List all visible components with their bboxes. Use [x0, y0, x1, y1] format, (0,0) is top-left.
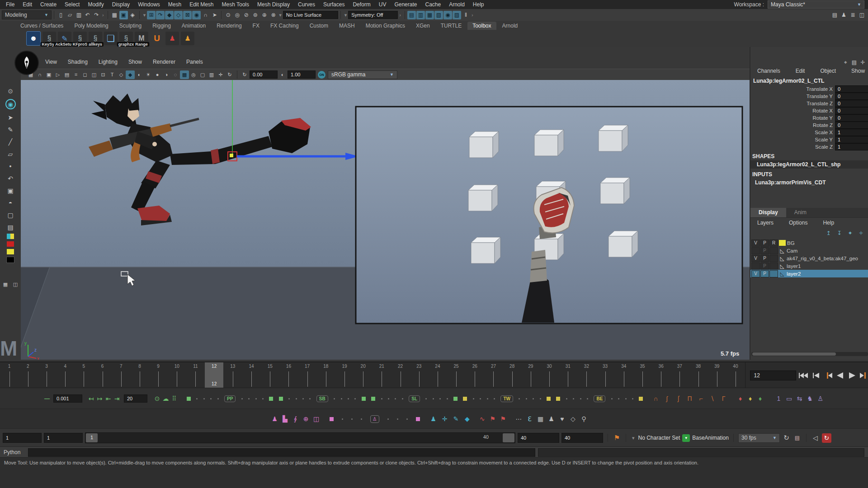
layer-visibility-toggle[interactable]	[751, 247, 760, 254]
pose-badge-sb[interactable]: SB	[316, 395, 328, 402]
cube[interactable]	[469, 131, 499, 158]
menu-uv[interactable]: UV	[375, 1, 391, 8]
layer-row-layer2[interactable]: VP◺layer2	[750, 270, 868, 277]
frame-4[interactable]: 4	[56, 362, 75, 389]
pose-badge-sl[interactable]: SL	[409, 395, 420, 402]
camera-pip-panel[interactable]	[356, 107, 742, 324]
shelf-tab-sculpting[interactable]: Sculpting	[114, 22, 146, 30]
pose-key-dot[interactable]	[217, 398, 219, 399]
pose-key-dot[interactable]	[566, 398, 567, 399]
film-gate-icon[interactable]: ◻	[80, 70, 90, 79]
pose-key-square[interactable]	[556, 397, 560, 401]
make-live-icon[interactable]: ◉	[192, 11, 201, 19]
joint-xray-icon[interactable]: ✛	[216, 70, 225, 79]
anim-layer-dropdown[interactable]: BaseAnimation	[692, 435, 729, 441]
frame-16[interactable]: 16	[279, 362, 298, 389]
xray-icon[interactable]: ▥	[207, 70, 216, 79]
layer-reference-toggle[interactable]	[769, 263, 778, 270]
step-back-key-button[interactable]	[822, 371, 833, 380]
palette-swatch[interactable]	[7, 234, 14, 239]
ease-reverse-s-icon[interactable]: ʃ	[674, 394, 683, 403]
channel-value-field[interactable]: 0	[835, 93, 868, 100]
globe-icon[interactable]: ⊕	[302, 415, 310, 423]
pose-key-dot[interactable]	[302, 398, 304, 399]
scrollbar-thumb[interactable]	[752, 352, 836, 356]
chevron-down-icon[interactable]: ▾	[278, 12, 283, 18]
move-layer-up-icon[interactable]: ↥	[824, 229, 833, 237]
ease-step-icon[interactable]: ⌐	[697, 394, 705, 403]
ease-s-icon[interactable]: ∫	[663, 394, 671, 403]
pose-key-dot[interactable]	[203, 398, 205, 399]
multisample-icon[interactable]: ▩	[180, 70, 189, 79]
channel-label[interactable]: Rotate Z	[750, 122, 835, 128]
shelf-tab-arnold[interactable]: Arnold	[497, 22, 523, 30]
power-icon[interactable]: ⊙	[153, 394, 161, 403]
pose-key-dot[interactable]	[447, 398, 448, 399]
menu-help[interactable]: Help	[469, 1, 488, 8]
pivot-snap-icon[interactable]: ⊕	[260, 11, 269, 19]
layout-grid-icon[interactable]: ▦	[1, 280, 10, 289]
pose-key-dot[interactable]	[341, 398, 342, 399]
layer-row-bg[interactable]: VPRBG	[750, 239, 868, 247]
new-scene-icon[interactable]: ▯	[57, 11, 65, 19]
menu-display[interactable]: Display	[108, 1, 134, 8]
pose-key-dot[interactable]	[334, 398, 335, 399]
u-shelf-button[interactable]: U	[150, 32, 164, 45]
soft-select-cursor-icon[interactable]: ➤	[210, 11, 219, 19]
channel-settings-icon[interactable]: ▤	[850, 58, 859, 66]
play-backwards-button[interactable]	[835, 371, 845, 380]
channel-label[interactable]: Translate X	[750, 86, 835, 92]
frame-40[interactable]: 40	[726, 362, 745, 389]
pink-key-square[interactable]	[416, 417, 420, 421]
step-back-frame-button[interactable]	[810, 371, 821, 380]
cube[interactable]	[471, 237, 500, 263]
layer-tab-display[interactable]: Display	[750, 208, 786, 217]
layer-name[interactable]: ak47_rig_v0_4_beta:ak47_geo	[786, 256, 858, 261]
pink-key-dot[interactable]	[406, 418, 408, 420]
channel-value-field[interactable]: 0	[835, 122, 868, 129]
menu-edit-mesh[interactable]: Edit Mesh	[185, 1, 217, 8]
pan-zoom-icon[interactable]: ⌗	[71, 70, 80, 79]
playblast-icon[interactable]: ▤	[793, 434, 802, 442]
pink-key-dot[interactable]	[387, 418, 389, 420]
layer-visibility-toggle[interactable]: V	[751, 239, 760, 247]
range-end-handle[interactable]	[503, 433, 514, 442]
layer-triangle-icon[interactable]: ◺	[778, 263, 786, 269]
menu-curves[interactable]: Curves	[294, 1, 319, 8]
pose-key-dot[interactable]	[262, 398, 264, 399]
channel-label[interactable]: Scale Y	[750, 137, 835, 142]
gamma-dropdown[interactable]: sRGB gamma ▼	[328, 70, 397, 79]
shelf-tab-xgen[interactable]: XGen	[411, 22, 435, 30]
eye-tool-icon[interactable]: ◉	[5, 99, 16, 109]
layer-reference-toggle[interactable]	[769, 270, 778, 277]
command-input[interactable]	[28, 448, 535, 457]
red-key-icon[interactable]: ♦	[736, 394, 745, 403]
expander-icon[interactable]: ›	[470, 12, 475, 18]
bookmark-add-icon[interactable]: ⚑	[613, 434, 621, 442]
menu-mesh-display[interactable]: Mesh Display	[253, 1, 294, 8]
menu-file[interactable]: File	[2, 1, 19, 8]
prev-key-icon[interactable]: ↤	[87, 394, 95, 403]
pen-icon[interactable]: ✎	[452, 415, 460, 423]
shelf-tab-mash[interactable]: MASH	[334, 22, 360, 30]
layer-reference-toggle[interactable]: R	[769, 239, 778, 247]
running-man-icon[interactable]: ♞	[806, 394, 814, 403]
channel-box-object-name[interactable]: Luna3p:legArmor02_L_CTL	[750, 76, 868, 85]
more-dots-icon[interactable]: ⋯	[514, 415, 523, 423]
pose-key-dot[interactable]	[439, 398, 441, 399]
spike-curve-icon[interactable]: ∿	[478, 415, 486, 423]
symmetry-field[interactable]: Symmetry: Off	[348, 11, 398, 19]
pose-key-dot[interactable]	[196, 398, 198, 399]
animation-start-field[interactable]: 1	[3, 433, 42, 443]
pose-key-dot[interactable]	[618, 398, 619, 399]
select-box-icon[interactable]: ▭	[785, 394, 793, 403]
pose-key-square[interactable]	[639, 397, 643, 401]
frame-12[interactable]: 1212	[205, 362, 223, 389]
pose-key-dot[interactable]	[487, 398, 488, 399]
frame-34[interactable]: 34	[614, 362, 633, 389]
layer-row-cam[interactable]: P◺Cam	[750, 247, 868, 254]
textured-icon[interactable]: ◐	[135, 70, 144, 79]
frame-11[interactable]: 11	[186, 362, 205, 389]
one-click-key-icon[interactable]: 1	[774, 394, 783, 403]
frame-9[interactable]: 9	[149, 362, 168, 389]
